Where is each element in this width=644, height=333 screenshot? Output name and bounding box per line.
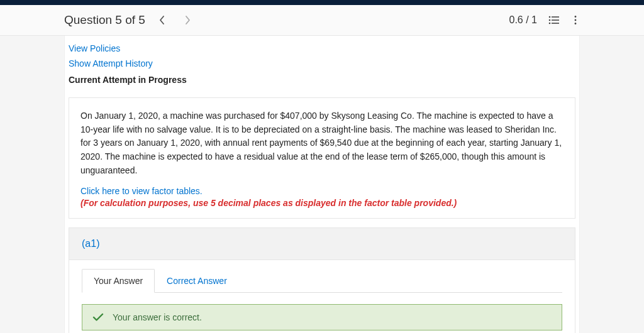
more-vertical-icon bbox=[574, 15, 577, 25]
app-top-bar bbox=[0, 0, 644, 5]
part-label: (a1) bbox=[82, 238, 99, 249]
view-policies-link[interactable]: View Policies bbox=[69, 43, 120, 53]
svg-rect-3 bbox=[552, 19, 559, 21]
chevron-right-icon bbox=[184, 15, 191, 25]
svg-point-0 bbox=[549, 16, 551, 18]
question-body-text: On January 1, 2020, a machine was purcha… bbox=[80, 109, 564, 177]
check-icon bbox=[92, 313, 104, 322]
tab-your-answer[interactable]: Your Answer bbox=[82, 269, 155, 293]
question-stem-box: On January 1, 2020, a machine was purcha… bbox=[69, 97, 575, 219]
list-icon bbox=[548, 15, 560, 25]
score-display: 0.6 / 1 bbox=[509, 14, 537, 26]
prev-question-button[interactable] bbox=[154, 13, 170, 28]
question-title: Question 5 of 5 bbox=[64, 13, 145, 27]
tab-correct-answer[interactable]: Correct Answer bbox=[155, 269, 239, 293]
list-button[interactable] bbox=[546, 13, 562, 28]
answer-tabs: Your Answer Correct Answer bbox=[69, 260, 575, 292]
calculation-note: (For calculation purposes, use 5 decimal… bbox=[80, 198, 457, 208]
part-header[interactable]: (a1) bbox=[69, 228, 575, 260]
part-a1-box: (a1) Your Answer Correct Answer Your ans… bbox=[69, 227, 575, 333]
question-header: Question 5 of 5 0.6 / 1 bbox=[0, 5, 644, 36]
svg-point-7 bbox=[575, 19, 577, 21]
factor-tables-link[interactable]: Click here to view factor tables. bbox=[80, 186, 203, 196]
svg-point-2 bbox=[549, 19, 551, 21]
show-attempt-history-link[interactable]: Show Attempt History bbox=[69, 58, 153, 68]
svg-rect-1 bbox=[552, 16, 559, 18]
content-area: View Policies Show Attempt History Curre… bbox=[64, 36, 580, 333]
chevron-left-icon bbox=[159, 15, 165, 25]
more-menu-button[interactable] bbox=[571, 13, 580, 28]
banner-text: Your answer is correct. bbox=[113, 312, 202, 322]
svg-point-8 bbox=[575, 23, 577, 25]
current-attempt-label: Current Attempt in Progress bbox=[69, 75, 568, 85]
correct-answer-banner: Your answer is correct. bbox=[82, 304, 562, 330]
svg-point-6 bbox=[575, 16, 577, 18]
svg-rect-5 bbox=[552, 23, 559, 24]
next-question-button[interactable] bbox=[179, 13, 196, 28]
svg-point-4 bbox=[549, 23, 551, 25]
